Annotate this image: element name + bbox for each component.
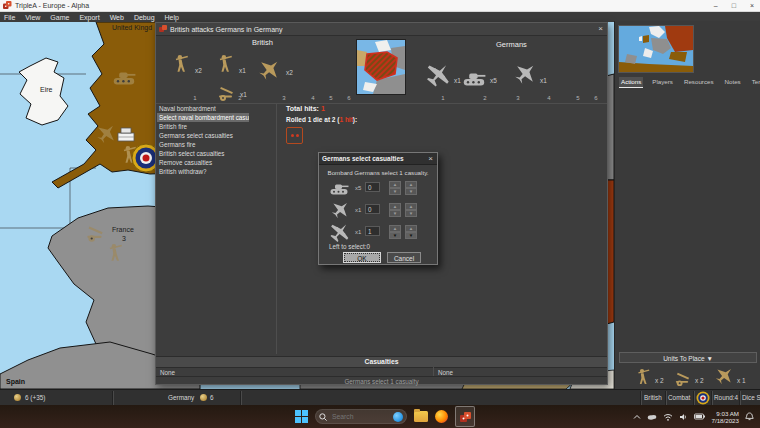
- close-icon[interactable]: ×: [598, 24, 603, 33]
- spinner-up-icon[interactable]: ▲: [389, 225, 401, 232]
- close-icon[interactable]: ×: [428, 154, 433, 163]
- spinner-down-icon[interactable]: ▼: [389, 232, 401, 239]
- tank-icon: [462, 67, 486, 95]
- tab-resources[interactable]: Resources: [682, 77, 716, 88]
- clock[interactable]: 9:03 AM 7/18/2023: [711, 410, 739, 424]
- firefox-icon[interactable]: [435, 410, 448, 423]
- current-phase: Combat: [668, 394, 690, 401]
- casualty-count-field[interactable]: 0: [365, 204, 380, 214]
- spinner-down-icon[interactable]: ▼: [405, 210, 417, 217]
- spinner-down-icon[interactable]: ▼: [389, 210, 401, 217]
- fighter-icon: [256, 57, 282, 87]
- menu-help[interactable]: Help: [165, 14, 179, 21]
- triplea-taskbar-icon[interactable]: [455, 406, 475, 427]
- casualty-row: x1 1 ▲▼ ▲▼: [327, 223, 431, 241]
- volume-icon[interactable]: [679, 413, 688, 421]
- menu-web[interactable]: Web: [110, 14, 124, 21]
- dice-column: 5: [325, 95, 337, 101]
- select-casualties-dialog: Germans select casualties × Bombard Germ…: [318, 152, 438, 265]
- dice-column: 1: [189, 95, 201, 101]
- search-box[interactable]: [315, 409, 407, 424]
- pu-status: 6 (+35): [25, 394, 45, 401]
- phase-item: Naval bombardment: [157, 104, 249, 113]
- round-indicator: Round:4: [714, 394, 738, 401]
- menu-file[interactable]: File: [4, 14, 15, 21]
- bomber-icon: [424, 61, 452, 93]
- casualty-count-field[interactable]: 0: [365, 182, 380, 192]
- phase-item: British fire: [157, 122, 249, 131]
- spinner-up-icon[interactable]: ▲: [389, 203, 401, 210]
- raf-roundel-icon: [696, 391, 710, 405]
- infantry-icon: [170, 53, 192, 79]
- tab-territory[interactable]: Territory: [750, 77, 760, 88]
- maximize-button[interactable]: □: [732, 2, 736, 9]
- casualties-header: Casualties: [156, 356, 607, 368]
- search-highlights-icon: [393, 412, 403, 422]
- phase-item-selected: Select naval bombardment casualties: [157, 113, 249, 122]
- menu-debug[interactable]: Debug: [134, 14, 155, 21]
- start-icon[interactable]: [295, 410, 308, 423]
- phase-item: Remove casualties: [157, 158, 249, 167]
- tab-players[interactable]: Players: [650, 77, 675, 88]
- spinner-down-icon[interactable]: ▼: [405, 232, 417, 239]
- dice-column: 4: [543, 95, 555, 101]
- dice-column: 6: [343, 95, 355, 101]
- tab-notes[interactable]: Notes: [723, 77, 743, 88]
- units-to-place-header[interactable]: Units To Place ▼: [619, 352, 757, 363]
- menu-game[interactable]: Game: [50, 14, 69, 21]
- wifi-icon[interactable]: [663, 413, 673, 421]
- menu-view[interactable]: View: [25, 14, 40, 21]
- ok-button[interactable]: OK: [343, 252, 381, 263]
- battle-title: British attacks Germans in Germany: [170, 26, 282, 33]
- cancel-button[interactable]: Cancel: [387, 252, 421, 263]
- dice-server-status: Dice Server On: [742, 394, 760, 401]
- bell-icon[interactable]: [745, 412, 754, 421]
- spinner-up-icon[interactable]: ▲: [405, 181, 417, 188]
- total-hits: Total hits: 1: [286, 105, 325, 112]
- spinner-down-icon[interactable]: ▼: [405, 188, 417, 195]
- phase-item: British withdraw?: [157, 167, 249, 176]
- coin-icon: [14, 394, 21, 401]
- phase-item: Germans select casualties: [157, 131, 249, 140]
- chevron-up-icon[interactable]: [633, 414, 641, 420]
- dice-column: 2: [234, 95, 246, 101]
- dice-column: 3: [278, 95, 290, 101]
- phase-item: Germans fire: [157, 140, 249, 149]
- right-panel-tabs: Actions Players Resources Notes Territor…: [619, 77, 760, 88]
- tray-app-icon[interactable]: [647, 413, 657, 420]
- current-player: British: [644, 394, 662, 401]
- unit-count: x2: [286, 69, 293, 76]
- spinner-up-icon[interactable]: ▲: [405, 225, 417, 232]
- dice-column: 1: [437, 95, 449, 101]
- spinner-down-icon[interactable]: ▼: [389, 188, 401, 195]
- minimize-button[interactable]: –: [714, 2, 718, 9]
- unit-count: x2: [195, 67, 202, 74]
- minimap[interactable]: [618, 25, 694, 73]
- casualties-attacker: None: [160, 369, 175, 376]
- file-explorer-icon[interactable]: [414, 411, 428, 422]
- close-button[interactable]: ×: [750, 2, 754, 9]
- unit-mult: x1: [355, 229, 361, 235]
- spinner-up-icon[interactable]: ▲: [389, 181, 401, 188]
- defender-header: Germans: [496, 40, 527, 49]
- app-titlebar: TripleA - Europe - Alpha – □ ×: [0, 0, 760, 12]
- place-count: x 2: [655, 377, 664, 384]
- coin-icon: [200, 394, 207, 401]
- menu-export[interactable]: Export: [79, 14, 99, 21]
- game-status-bar: 6 (+35) Germany 6 British Combat Round:4…: [0, 389, 760, 405]
- dialog-titlebar: Germans select casualties ×: [319, 153, 437, 165]
- taskbar: 9:03 AM 7/18/2023: [0, 405, 760, 428]
- unit-mult: x5: [355, 185, 361, 191]
- battery-icon[interactable]: [694, 413, 705, 420]
- tab-actions[interactable]: Actions: [619, 77, 643, 88]
- fighter-icon: [512, 61, 538, 91]
- casualties-defender: None: [438, 369, 453, 376]
- phase-item: British select casualties: [157, 149, 249, 158]
- casualty-row: x5 0 ▲▼ ▲▼: [327, 179, 431, 197]
- dice-column: 6: [590, 95, 602, 101]
- unit-mult: x1: [355, 207, 361, 213]
- casualty-count-field[interactable]: 1: [365, 226, 380, 236]
- spinner-up-icon[interactable]: ▲: [405, 203, 417, 210]
- left-to-select: Left to select:0: [329, 243, 370, 250]
- search-input[interactable]: [330, 412, 390, 421]
